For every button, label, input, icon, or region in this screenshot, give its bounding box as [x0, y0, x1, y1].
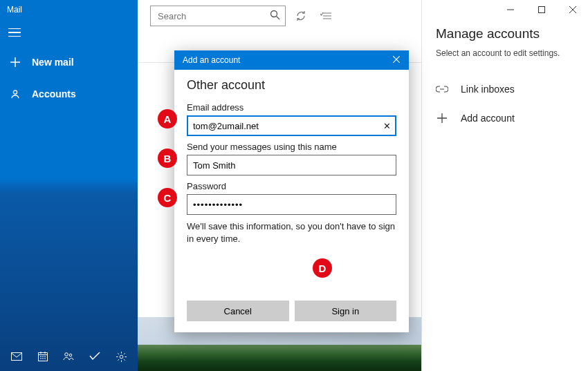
new-mail-label: New mail [32, 57, 74, 68]
password-label: Password [187, 181, 396, 191]
svg-point-6 [271, 11, 277, 17]
plus-icon [10, 57, 21, 68]
new-mail-button[interactable]: New mail [0, 50, 138, 75]
annotation-c: C [158, 188, 177, 207]
sync-icon[interactable] [291, 6, 311, 26]
people-icon[interactable] [57, 344, 82, 369]
dialog-close-button[interactable] [389, 55, 403, 65]
password-field[interactable] [187, 194, 396, 215]
dialog-body: Other account Email address ✕ Send your … [174, 70, 409, 256]
display-name-label: Send your messages using this name [187, 142, 396, 152]
mail-icon[interactable] [4, 344, 29, 369]
svg-rect-7 [538, 7, 544, 13]
email-field[interactable] [187, 115, 396, 136]
link-inboxes-label: Link inboxes [461, 84, 515, 95]
settings-gear-icon[interactable] [109, 344, 134, 369]
mail-app: Mail New mail Accounts [0, 0, 588, 371]
plus-icon [436, 112, 448, 124]
svg-point-4 [70, 354, 73, 356]
annotation-a: A [158, 109, 177, 129]
display-name-field[interactable] [187, 155, 396, 175]
add-account-label: Add account [461, 113, 515, 124]
svg-rect-1 [11, 353, 21, 361]
save-note: We'll save this information, so you don'… [187, 220, 396, 245]
dialog-title: Add an account [183, 55, 240, 65]
search-box[interactable] [150, 6, 286, 26]
add-account-button[interactable]: Add account [422, 104, 588, 133]
window-controls [495, 0, 588, 19]
dialog-heading: Other account [187, 78, 396, 93]
sidebar: Mail New mail Accounts [0, 0, 138, 371]
filter-icon[interactable] [316, 6, 336, 26]
add-account-dialog: Add an account Other account Email addre… [174, 50, 409, 332]
accounts-label: Accounts [32, 88, 76, 99]
search-input[interactable] [150, 6, 286, 26]
calendar-icon[interactable] [30, 344, 55, 369]
minimize-button[interactable] [495, 0, 526, 19]
clear-input-button[interactable]: ✕ [383, 121, 391, 131]
sidebar-item-accounts[interactable]: Accounts [0, 82, 138, 106]
sidebar-bottom-bar [0, 342, 138, 371]
link-icon [436, 83, 448, 95]
svg-point-0 [13, 91, 17, 94]
hamburger-menu-button[interactable] [8, 25, 24, 40]
person-icon [10, 88, 21, 99]
email-label: Email address [187, 102, 396, 113]
dialog-titlebar: Add an account [174, 50, 409, 70]
todo-icon[interactable] [82, 344, 107, 369]
app-title: Mail [0, 0, 138, 19]
link-inboxes-button[interactable]: Link inboxes [422, 75, 588, 104]
svg-point-3 [65, 353, 68, 356]
search-icon[interactable] [270, 10, 280, 22]
sign-in-button[interactable]: Sign in [295, 301, 397, 321]
manage-accounts-subtitle: Select an account to edit settings. [422, 46, 588, 75]
maximize-button[interactable] [526, 0, 557, 19]
annotation-d: D [313, 258, 332, 278]
manage-accounts-panel: Manage accounts Select an account to edi… [422, 0, 588, 371]
dialog-button-row: Cancel Sign in [174, 294, 409, 332]
center-toolbar [138, 0, 421, 32]
cancel-button[interactable]: Cancel [187, 301, 289, 321]
svg-point-5 [120, 355, 123, 359]
annotation-b: B [158, 149, 177, 168]
close-button[interactable] [557, 0, 588, 19]
